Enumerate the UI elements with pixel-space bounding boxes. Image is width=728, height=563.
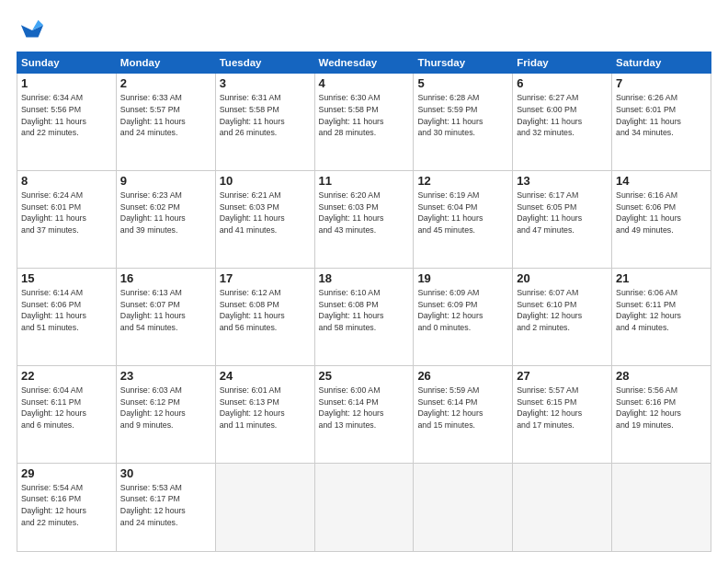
calendar-day-cell: 26 Sunrise: 5:59 AMSunset: 6:14 PMDaylig…: [414, 365, 513, 463]
calendar-table: Sunday Monday Tuesday Wednesday Thursday…: [17, 52, 711, 552]
calendar-day-cell: 17 Sunrise: 6:12 AMSunset: 6:08 PMDaylig…: [215, 268, 314, 365]
calendar-day-cell: 30 Sunrise: 5:53 AMSunset: 6:17 PMDaylig…: [116, 463, 215, 551]
calendar-day-cell: 7 Sunrise: 6:26 AMSunset: 6:01 PMDayligh…: [612, 74, 711, 171]
calendar-day-cell: 6 Sunrise: 6:27 AMSunset: 6:00 PMDayligh…: [513, 74, 612, 171]
day-number: 26: [417, 369, 508, 383]
calendar-day-cell: 29 Sunrise: 5:54 AMSunset: 6:16 PMDaylig…: [17, 463, 117, 551]
day-number: 4: [319, 76, 410, 90]
day-number: 21: [616, 271, 707, 285]
calendar-day-cell: 23 Sunrise: 6:03 AMSunset: 6:12 PMDaylig…: [116, 365, 215, 463]
day-info: Sunrise: 6:01 AMSunset: 6:13 PMDaylight:…: [220, 385, 311, 431]
day-number: 18: [319, 271, 410, 285]
day-info: Sunrise: 5:54 AMSunset: 6:16 PMDaylight:…: [21, 482, 112, 529]
logo-icon: [19, 17, 45, 42]
calendar-week-row: 8 Sunrise: 6:24 AMSunset: 6:01 PMDayligh…: [17, 170, 711, 268]
day-info: Sunrise: 6:31 AMSunset: 5:58 PMDaylight:…: [220, 92, 311, 139]
calendar-day-cell: 20 Sunrise: 6:07 AMSunset: 6:10 PMDaylig…: [513, 268, 612, 365]
calendar-day-cell: 5 Sunrise: 6:28 AMSunset: 5:59 PMDayligh…: [414, 74, 513, 171]
calendar-day-cell: 19 Sunrise: 6:09 AMSunset: 6:09 PMDaylig…: [414, 268, 513, 365]
day-info: Sunrise: 6:34 AMSunset: 5:56 PMDaylight:…: [21, 92, 112, 139]
day-info: Sunrise: 6:26 AMSunset: 6:01 PMDaylight:…: [616, 92, 707, 139]
calendar-day-cell: [612, 463, 711, 551]
calendar-day-cell: 15 Sunrise: 6:14 AMSunset: 6:06 PMDaylig…: [17, 268, 117, 365]
day-number: 17: [220, 271, 311, 285]
day-info: Sunrise: 5:57 AMSunset: 6:15 PMDaylight:…: [517, 385, 608, 431]
calendar-day-cell: 13 Sunrise: 6:17 AMSunset: 6:05 PMDaylig…: [513, 170, 612, 268]
day-info: Sunrise: 6:27 AMSunset: 6:00 PMDaylight:…: [517, 92, 608, 139]
day-number: 24: [220, 369, 311, 383]
day-number: 11: [319, 174, 410, 188]
day-info: Sunrise: 6:21 AMSunset: 6:03 PMDaylight:…: [220, 190, 311, 236]
day-info: Sunrise: 6:12 AMSunset: 6:08 PMDaylight:…: [220, 287, 311, 334]
day-info: Sunrise: 6:10 AMSunset: 6:08 PMDaylight:…: [319, 287, 410, 334]
day-info: Sunrise: 6:04 AMSunset: 6:11 PMDaylight:…: [21, 385, 112, 431]
header: [17, 17, 711, 42]
header-tuesday: Tuesday: [215, 52, 314, 74]
calendar-day-cell: [414, 463, 513, 551]
calendar-week-row: 22 Sunrise: 6:04 AMSunset: 6:11 PMDaylig…: [17, 365, 711, 463]
day-number: 3: [220, 76, 311, 90]
calendar-day-cell: 9 Sunrise: 6:23 AMSunset: 6:02 PMDayligh…: [116, 170, 215, 268]
day-number: 29: [21, 466, 112, 480]
svg-marker-0: [21, 25, 43, 37]
calendar-day-cell: 25 Sunrise: 6:00 AMSunset: 6:14 PMDaylig…: [314, 365, 414, 463]
day-number: 30: [120, 466, 211, 480]
day-info: Sunrise: 6:16 AMSunset: 6:06 PMDaylight:…: [616, 190, 707, 236]
day-number: 20: [517, 271, 608, 285]
day-info: Sunrise: 6:30 AMSunset: 5:58 PMDaylight:…: [319, 92, 410, 139]
calendar-day-cell: 3 Sunrise: 6:31 AMSunset: 5:58 PMDayligh…: [215, 74, 314, 171]
day-info: Sunrise: 6:28 AMSunset: 5:59 PMDaylight:…: [417, 92, 508, 139]
day-info: Sunrise: 6:13 AMSunset: 6:07 PMDaylight:…: [120, 287, 211, 334]
day-number: 12: [417, 174, 508, 188]
day-number: 15: [21, 271, 112, 285]
calendar-day-cell: 1 Sunrise: 6:34 AMSunset: 5:56 PMDayligh…: [17, 74, 117, 171]
day-number: 25: [319, 369, 410, 383]
calendar-day-cell: 18 Sunrise: 6:10 AMSunset: 6:08 PMDaylig…: [314, 268, 414, 365]
day-number: 2: [120, 76, 211, 90]
header-sunday: Sunday: [17, 52, 117, 74]
calendar-day-cell: 27 Sunrise: 5:57 AMSunset: 6:15 PMDaylig…: [513, 365, 612, 463]
day-info: Sunrise: 6:20 AMSunset: 6:03 PMDaylight:…: [319, 190, 410, 236]
header-saturday: Saturday: [612, 52, 711, 74]
day-info: Sunrise: 6:17 AMSunset: 6:05 PMDaylight:…: [517, 190, 608, 236]
header-friday: Friday: [513, 52, 612, 74]
day-number: 13: [517, 174, 608, 188]
calendar-day-cell: 14 Sunrise: 6:16 AMSunset: 6:06 PMDaylig…: [612, 170, 711, 268]
calendar-day-cell: [314, 463, 414, 551]
calendar-day-cell: 11 Sunrise: 6:20 AMSunset: 6:03 PMDaylig…: [314, 170, 414, 268]
day-info: Sunrise: 5:59 AMSunset: 6:14 PMDaylight:…: [417, 385, 508, 431]
day-number: 5: [417, 76, 508, 90]
day-number: 9: [120, 174, 211, 188]
header-wednesday: Wednesday: [314, 52, 414, 74]
calendar-day-cell: 28 Sunrise: 5:56 AMSunset: 6:16 PMDaylig…: [612, 365, 711, 463]
calendar-day-cell: [513, 463, 612, 551]
day-info: Sunrise: 5:53 AMSunset: 6:17 PMDaylight:…: [120, 482, 211, 529]
calendar-day-cell: 22 Sunrise: 6:04 AMSunset: 6:11 PMDaylig…: [17, 365, 117, 463]
day-number: 14: [616, 174, 707, 188]
day-info: Sunrise: 6:06 AMSunset: 6:11 PMDaylight:…: [616, 287, 707, 334]
day-number: 27: [517, 369, 608, 383]
calendar-day-cell: 2 Sunrise: 6:33 AMSunset: 5:57 PMDayligh…: [116, 74, 215, 171]
calendar-day-cell: 21 Sunrise: 6:06 AMSunset: 6:11 PMDaylig…: [612, 268, 711, 365]
calendar-day-cell: 4 Sunrise: 6:30 AMSunset: 5:58 PMDayligh…: [314, 74, 414, 171]
day-number: 19: [417, 271, 508, 285]
calendar-day-cell: 24 Sunrise: 6:01 AMSunset: 6:13 PMDaylig…: [215, 365, 314, 463]
day-info: Sunrise: 6:09 AMSunset: 6:09 PMDaylight:…: [417, 287, 508, 334]
calendar-week-row: 15 Sunrise: 6:14 AMSunset: 6:06 PMDaylig…: [17, 268, 711, 365]
day-number: 8: [21, 174, 112, 188]
day-number: 7: [616, 76, 707, 90]
day-number: 23: [120, 369, 211, 383]
calendar-page: Sunday Monday Tuesday Wednesday Thursday…: [0, 0, 728, 563]
header-thursday: Thursday: [414, 52, 513, 74]
day-info: Sunrise: 6:19 AMSunset: 6:04 PMDaylight:…: [417, 190, 508, 236]
calendar-day-cell: 16 Sunrise: 6:13 AMSunset: 6:07 PMDaylig…: [116, 268, 215, 365]
day-number: 6: [517, 76, 608, 90]
weekday-header-row: Sunday Monday Tuesday Wednesday Thursday…: [17, 52, 711, 74]
calendar-day-cell: 10 Sunrise: 6:21 AMSunset: 6:03 PMDaylig…: [215, 170, 314, 268]
calendar-day-cell: 12 Sunrise: 6:19 AMSunset: 6:04 PMDaylig…: [414, 170, 513, 268]
day-number: 10: [220, 174, 311, 188]
day-info: Sunrise: 6:23 AMSunset: 6:02 PMDaylight:…: [120, 190, 211, 236]
day-info: Sunrise: 6:33 AMSunset: 5:57 PMDaylight:…: [120, 92, 211, 139]
day-info: Sunrise: 5:56 AMSunset: 6:16 PMDaylight:…: [616, 385, 707, 431]
calendar-day-cell: 8 Sunrise: 6:24 AMSunset: 6:01 PMDayligh…: [17, 170, 117, 268]
